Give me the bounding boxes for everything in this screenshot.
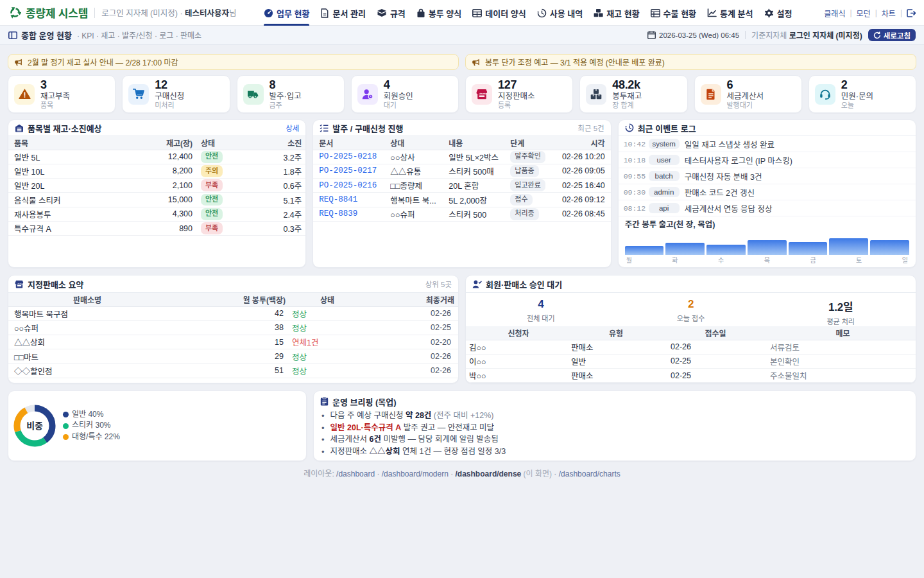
- svg-text:비중: 비중: [26, 421, 43, 431]
